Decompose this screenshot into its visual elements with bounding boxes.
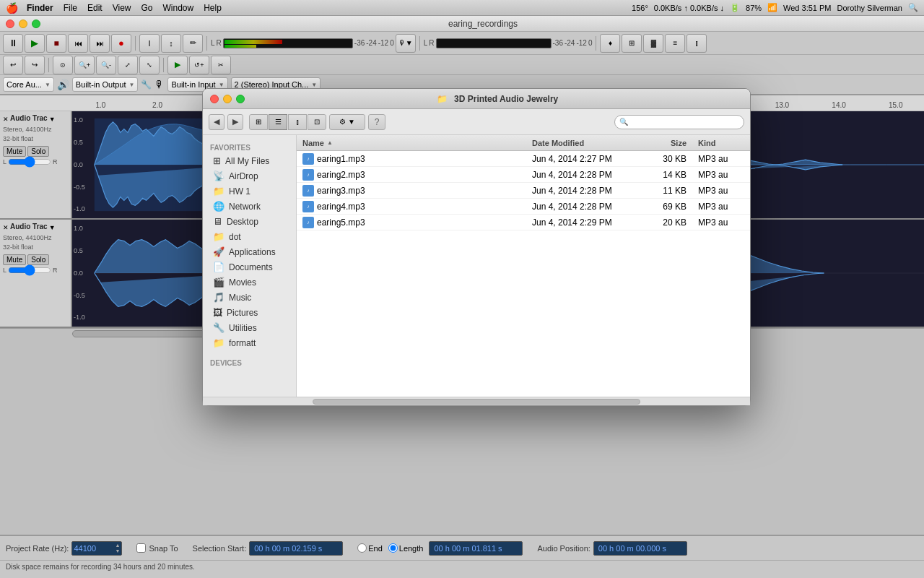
sidebar-item-dot[interactable]: 📁 dot (206, 229, 293, 244)
menu-window[interactable]: Window (163, 3, 194, 13)
length-radio-label[interactable]: Length (388, 543, 424, 553)
utilities-icon: 🔧 (213, 322, 225, 333)
col-size-header[interactable]: Size (642, 139, 692, 147)
menu-view[interactable]: View (113, 3, 131, 13)
stop-button[interactable]: ■ (46, 34, 66, 53)
sidebar-item-music[interactable]: 🎵 Music (206, 290, 293, 305)
file-row-4[interactable]: ♪ earing5.mp3 Jun 4, 2014 2:29 PM 20 KB … (297, 215, 750, 230)
rate-down-btn[interactable]: ▼ (115, 548, 120, 553)
col-kind-header[interactable]: Kind (692, 139, 750, 147)
host-dropdown[interactable]: Core Au... ▼ (3, 77, 54, 92)
sidebar-item-formatt[interactable]: 📁 formatt (206, 335, 293, 350)
maximize-button[interactable] (32, 20, 40, 28)
sidebar-item-applications[interactable]: 🚀 Applications (206, 244, 293, 259)
tool-select[interactable]: ↩ (3, 56, 23, 74)
zoom-tool[interactable]: ↕ (161, 34, 181, 53)
track-2-pan-slider[interactable] (8, 267, 51, 274)
sidebar-item-desktop[interactable]: 🖥 Desktop (206, 214, 293, 229)
draw-tool[interactable]: ✏ (183, 34, 203, 53)
close-button[interactable] (6, 20, 14, 28)
menu-go[interactable]: Go (141, 3, 153, 13)
menu-file[interactable]: File (64, 3, 77, 13)
list-view-button[interactable]: ☰ (269, 114, 287, 130)
track-2-mute[interactable]: Mute (3, 254, 26, 265)
track-1-close[interactable]: ✕ (3, 116, 9, 123)
search-box[interactable]: 🔍 (614, 115, 744, 129)
sidebar-item-all-my-files[interactable]: ⊞ All My Files (206, 153, 293, 168)
end-radio-label[interactable]: End (357, 543, 383, 553)
search-input[interactable] (630, 118, 739, 126)
col-date-header[interactable]: Date Modified (526, 139, 642, 147)
sidebar-item-pictures[interactable]: 🖼 Pictures (206, 305, 293, 320)
rewind-button[interactable]: ⏮ (68, 34, 88, 53)
svg-text:0.5: 0.5 (74, 139, 83, 147)
action-menu-button[interactable]: ⚙ ▼ (329, 114, 365, 130)
hscroll-thumb[interactable] (72, 330, 217, 337)
track-2-close[interactable]: ✕ (3, 224, 9, 231)
column-view-button[interactable]: ⫿ (288, 114, 307, 130)
tool4[interactable]: ≡ (665, 34, 685, 53)
wrench-icon[interactable]: 🔧 (141, 79, 152, 90)
sidebar-item-movies[interactable]: 🎬 Movies (206, 275, 293, 290)
select-tool[interactable]: I (139, 34, 160, 53)
forward-button[interactable]: ▶ (227, 114, 243, 130)
sidebar-item-network[interactable]: 🌐 Network (206, 199, 293, 214)
help-button[interactable]: ? (368, 114, 385, 130)
dialog-hscroll-thumb[interactable] (313, 399, 641, 405)
file-row-0[interactable]: ♪ earing1.mp3 Jun 4, 2014 2:27 PM 30 KB … (297, 151, 750, 167)
sel-start-label: Selection Start: (193, 544, 247, 553)
apple-menu[interactable]: 🍎 (6, 2, 18, 14)
tool-time[interactable]: ⊙ (53, 56, 73, 74)
track-1-mute[interactable]: Mute (3, 146, 26, 157)
sidebar-item-utilities[interactable]: 🔧 Utilities (206, 320, 293, 335)
file-row-2[interactable]: ♪ earing3.mp3 Jun 4, 2014 2:28 PM 11 KB … (297, 183, 750, 199)
tool3[interactable]: ▓ (643, 34, 663, 53)
back-button[interactable]: ◀ (209, 114, 225, 130)
play-button[interactable]: ▶ (25, 34, 45, 53)
sidebar-item-hw1[interactable]: 📁 HW 1 (206, 184, 293, 199)
rate-up-btn[interactable]: ▲ (115, 543, 120, 548)
file-list[interactable]: Name ▲ Date Modified Size Kind (297, 135, 750, 397)
snap-checkbox[interactable] (136, 543, 146, 553)
tool-zoom-out[interactable]: 🔍- (96, 56, 116, 74)
tool1[interactable]: ♦ (600, 34, 620, 53)
record-button[interactable]: ● (111, 34, 131, 53)
track-1-pan-slider[interactable] (8, 158, 51, 165)
tool2[interactable]: ⊞ (622, 34, 642, 53)
file-row-1[interactable]: ♪ earing2.mp3 Jun 4, 2014 2:28 PM 14 KB … (297, 167, 750, 183)
dialog-minimize-button[interactable] (223, 95, 232, 103)
length-radio[interactable] (388, 543, 398, 553)
track-1-menu[interactable]: ▼ (49, 116, 56, 123)
cut-preview[interactable]: ✂ (211, 56, 231, 74)
dialog-close-button[interactable] (210, 95, 219, 103)
track-1-solo[interactable]: Solo (27, 146, 49, 157)
output-dropdown[interactable]: Built-in Output ▼ (72, 77, 139, 92)
input-monitor[interactable]: 🎙▼ (396, 34, 416, 53)
minimize-button[interactable] (19, 20, 27, 28)
menu-help[interactable]: Help (204, 3, 222, 13)
icon-view-button[interactable]: ⊞ (249, 114, 268, 130)
pause-button[interactable]: ⏸ (3, 34, 23, 53)
dialog-zoom-button[interactable] (236, 95, 245, 103)
snap-group: Snap To (136, 543, 178, 553)
cover-view-button[interactable]: ⊡ (308, 114, 326, 130)
menu-finder[interactable]: Finder (27, 3, 53, 13)
track-2-menu[interactable]: ▼ (49, 224, 56, 231)
sidebar-item-documents[interactable]: 📄 Documents (206, 259, 293, 275)
loop-btn[interactable]: ↺+ (189, 56, 209, 74)
dialog-scroll[interactable] (203, 397, 750, 405)
tool-zoom-sel[interactable]: ⤡ (139, 56, 160, 74)
spotlight-icon[interactable]: 🔍 (908, 3, 918, 12)
tool-redo[interactable]: ↪ (25, 56, 45, 74)
sidebar-item-airdrop[interactable]: 📡 AirDrop (206, 168, 293, 184)
tool-zoom-in[interactable]: 🔍+ (74, 56, 95, 74)
file-row-3[interactable]: ♪ earing4.mp3 Jun 4, 2014 2:28 PM 69 KB … (297, 199, 750, 215)
track-2-solo[interactable]: Solo (27, 254, 49, 265)
forward-button[interactable]: ⏭ (90, 34, 110, 53)
col-name-header[interactable]: Name ▲ (297, 139, 526, 147)
play-btn2[interactable]: ▶ (167, 56, 188, 74)
tool-fit[interactable]: ⤢ (118, 56, 138, 74)
menu-edit[interactable]: Edit (87, 3, 103, 13)
tool5[interactable]: ⫿ (687, 34, 707, 53)
end-radio[interactable] (357, 543, 367, 553)
